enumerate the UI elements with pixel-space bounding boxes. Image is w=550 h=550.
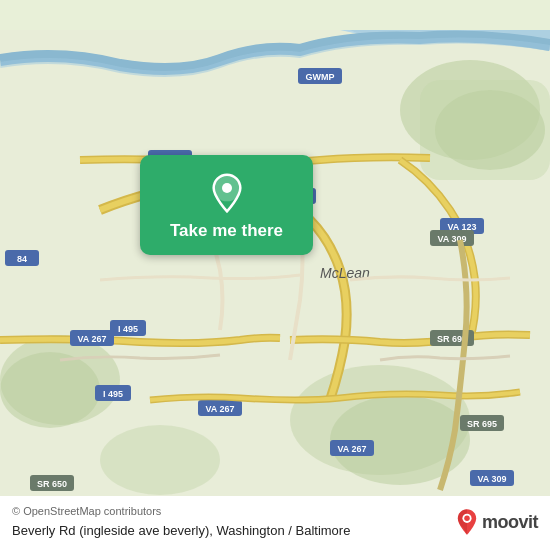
map-background: I 495 I 495 VA 193 VA 123 VA 267 VA 267 … — [0, 0, 550, 550]
svg-point-41 — [222, 183, 232, 193]
osm-attribution: © OpenStreetMap contributors — [12, 504, 456, 519]
svg-text:VA 267: VA 267 — [337, 444, 366, 454]
take-me-there-button[interactable]: Take me there — [170, 221, 283, 241]
moovit-logo: moovit — [456, 508, 538, 536]
svg-rect-3 — [420, 80, 550, 180]
location-name: Beverly Rd (ingleside ave beverly), Wash… — [12, 523, 350, 538]
svg-text:VA 309: VA 309 — [477, 474, 506, 484]
svg-text:SR 695: SR 695 — [467, 419, 497, 429]
moovit-brand-text: moovit — [482, 512, 538, 533]
svg-text:I 495: I 495 — [118, 324, 138, 334]
moovit-pin-icon — [456, 508, 478, 536]
svg-text:I 495: I 495 — [103, 389, 123, 399]
svg-point-5 — [0, 352, 100, 428]
svg-text:GWMP: GWMP — [306, 72, 335, 82]
svg-text:SR 650: SR 650 — [37, 479, 67, 489]
svg-point-43 — [464, 516, 470, 522]
svg-text:VA 267: VA 267 — [77, 334, 106, 344]
svg-point-8 — [100, 425, 220, 495]
bottom-text: © OpenStreetMap contributors Beverly Rd … — [12, 504, 456, 540]
green-panel: Take me there — [140, 155, 313, 255]
map-container: I 495 I 495 VA 193 VA 123 VA 267 VA 267 … — [0, 0, 550, 550]
svg-text:VA 267: VA 267 — [205, 404, 234, 414]
bottom-bar: © OpenStreetMap contributors Beverly Rd … — [0, 496, 550, 550]
location-popup: Take me there — [140, 155, 313, 255]
svg-text:84: 84 — [17, 254, 27, 264]
location-pin-icon — [207, 173, 247, 213]
